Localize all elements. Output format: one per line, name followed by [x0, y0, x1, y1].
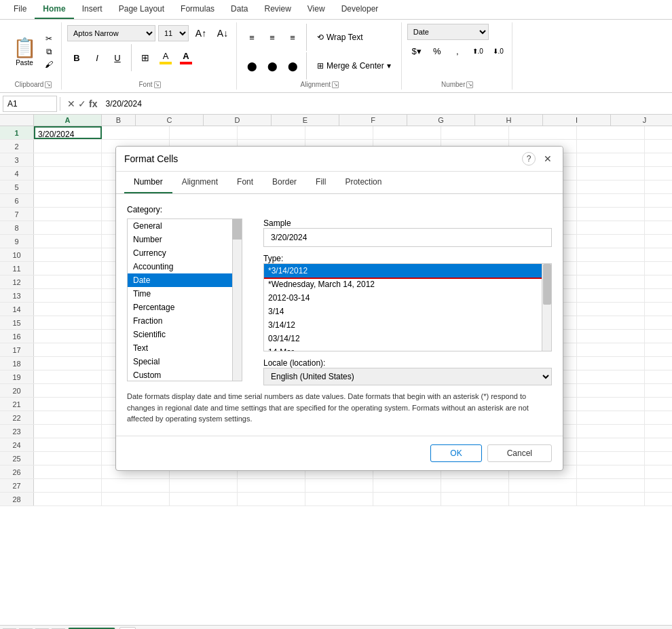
category-label: Category:	[127, 205, 552, 214]
dialog-help-btn[interactable]: ?	[522, 152, 536, 166]
dialog-title: Format Cells	[124, 153, 178, 164]
category-column: General Number Currency Accounting Date …	[127, 218, 253, 385]
category-currency[interactable]: Currency	[128, 246, 242, 260]
dialog-tab-fill[interactable]: Fill	[306, 172, 335, 193]
category-scrollbar[interactable]	[232, 219, 242, 381]
type-label: Type:	[263, 254, 552, 263]
type-scrollbar[interactable]	[542, 264, 551, 351]
type-list: *3/14/2012 *Wednesday, March 14, 2012 20…	[264, 264, 551, 351]
type-list-container[interactable]: *3/14/2012 *Wednesday, March 14, 2012 20…	[263, 263, 552, 351]
sample-value: 3/20/2024	[263, 228, 552, 247]
category-number[interactable]: Number	[128, 233, 242, 246]
category-list: General Number Currency Accounting Date …	[128, 219, 242, 381]
type-item-1[interactable]: *Wednesday, March 14, 2012	[264, 278, 551, 291]
category-special[interactable]: Special	[128, 355, 242, 368]
locale-select[interactable]: English (United States)	[263, 368, 552, 385]
dialog-tab-protection[interactable]: Protection	[335, 172, 391, 193]
dialog-tab-number[interactable]: Number	[124, 172, 172, 193]
category-fraction[interactable]: Fraction	[128, 314, 242, 328]
type-item-3[interactable]: 3/14	[264, 305, 551, 318]
dialog-tab-alignment[interactable]: Alignment	[172, 172, 227, 193]
dialog-columns: General Number Currency Accounting Date …	[127, 218, 552, 385]
sample-section: Sample 3/20/2024	[263, 218, 552, 247]
dialog-description: Date formats display date and time seria…	[127, 391, 552, 425]
category-scrollbar-thumb[interactable]	[232, 219, 242, 240]
dialog-footer: OK Cancel	[116, 436, 563, 470]
dialog-title-bar: Format Cells ? ✕	[116, 147, 563, 172]
category-list-container[interactable]: General Number Currency Accounting Date …	[127, 218, 242, 381]
type-item-5[interactable]: 03/14/12	[264, 332, 551, 345]
right-panel: Sample 3/20/2024 Type: *3/14/2012 *Wedne…	[263, 218, 552, 385]
ok-button[interactable]: OK	[430, 444, 481, 462]
locale-section: Locale (location): English (United State…	[263, 358, 552, 385]
category-accounting[interactable]: Accounting	[128, 260, 242, 273]
cancel-button[interactable]: Cancel	[487, 444, 552, 462]
format-cells-dialog: Format Cells ? ✕ Number Alignment Font B…	[115, 146, 563, 471]
type-item-2[interactable]: 2012-03-14	[264, 291, 551, 305]
category-date[interactable]: Date	[128, 273, 242, 287]
category-time[interactable]: Time	[128, 287, 242, 301]
dialog-close-btn[interactable]: ✕	[541, 152, 555, 166]
category-percentage[interactable]: Percentage	[128, 301, 242, 314]
sample-label: Sample	[263, 218, 552, 228]
category-custom[interactable]: Custom	[128, 368, 242, 381]
dialog-tab-border[interactable]: Border	[263, 172, 306, 193]
type-section: Type: *3/14/2012 *Wednesday, March 14, 2…	[263, 254, 552, 351]
category-general[interactable]: General	[128, 219, 242, 233]
dialog-tab-font[interactable]: Font	[227, 172, 263, 193]
type-item-4[interactable]: 3/14/12	[264, 318, 551, 332]
category-scientific[interactable]: Scientific	[128, 328, 242, 341]
dialog-body: Category: General Number Currency Accoun…	[116, 194, 563, 436]
type-scrollbar-thumb[interactable]	[543, 264, 551, 305]
dialog-title-icons: ? ✕	[522, 152, 555, 166]
category-text[interactable]: Text	[128, 341, 242, 355]
locale-label: Locale (location):	[263, 358, 552, 368]
dialog-overlay: Format Cells ? ✕ Number Alignment Font B…	[0, 0, 672, 629]
type-item-0[interactable]: *3/14/2012	[264, 264, 551, 278]
dialog-tab-bar: Number Alignment Font Border Fill Protec…	[116, 172, 563, 194]
type-item-6[interactable]: 14-Mar	[264, 345, 551, 351]
